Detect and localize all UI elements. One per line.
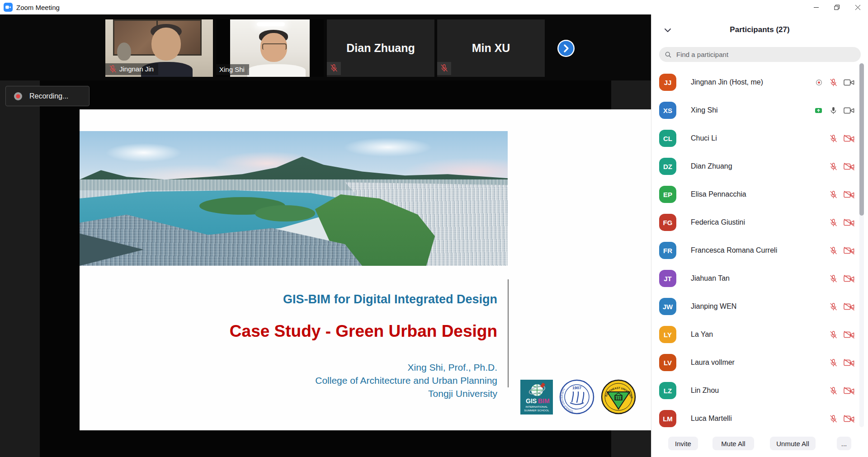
invite-button[interactable]: Invite [668,437,698,450]
camera-off-icon [844,275,854,283]
participant-name: Laura vollmer [691,358,735,367]
screen-share-icon [814,106,823,115]
avatar: JW [659,298,676,315]
mic-muted-icon [829,218,838,227]
avatar: JJ [659,74,676,91]
participant-row[interactable]: XSXing Shi [651,96,868,124]
participant-search-box [659,47,861,62]
participant-row[interactable]: JJJingnan Jin (Host, me) [651,68,868,96]
participant-status-icons [829,162,854,171]
avatar: JT [659,270,676,287]
svg-text:1907: 1907 [572,386,581,390]
mute-all-button[interactable]: Mute All [712,437,754,450]
avatar: LV [659,354,676,371]
svg-text:SUMMER SCHOOL: SUMMER SCHOOL [524,409,549,412]
participant-list: JJJingnan Jin (Host, me)XSXing ShiCLChuc… [651,68,868,433]
gisbim-summer-school-logo: GIS BIM INTERNATIONAL SUMMER SCHOOL [520,380,553,415]
mic-muted-icon [108,65,117,73]
avatar: EP [659,186,676,203]
participant-name: Luca Martelli [691,415,732,423]
participant-row[interactable]: LVLaura vollmer [651,349,868,377]
slide-subtitle: GIS-BIM for Digital Integrated Design [283,292,497,306]
slide-logos: GIS BIM INTERNATIONAL SUMMER SCHOOL 1907 [520,379,647,415]
more-options-button[interactable]: ... [837,437,851,450]
participant-row[interactable]: DZDian Zhuang [651,152,868,180]
avatar: XS [659,102,676,119]
camera-off-icon [844,247,854,254]
mic-muted-icon [829,358,838,367]
mic-muted-icon [829,134,838,143]
scrollbar-track[interactable] [859,63,864,427]
avatar: CL [659,130,676,147]
video-tile[interactable]: Dian Zhuang [327,19,434,77]
screen-share-stage: GIS-BIM for Digital Integrated Design Ca… [0,80,651,457]
participants-footer: InviteMute AllUnmute All... [651,437,868,450]
participant-status-icons [829,190,854,199]
video-tile[interactable]: Xing Shi [216,19,324,77]
avatar: LY [659,326,676,343]
participant-name: Xing Shi [691,106,718,114]
window-title: Zoom Meeting [16,4,60,11]
mic-muted-icon [829,274,838,283]
aerial-city-photo [80,131,508,266]
participant-status-icons [829,386,854,395]
camera-off-icon [844,163,854,170]
participant-row[interactable]: FRFrancesca Romana Curreli [651,236,868,264]
window-controls [806,0,868,14]
slide-author-line: Tongji University [315,387,497,400]
participant-row[interactable]: LMLuca Martelli [651,405,868,433]
participant-status-icons [829,218,854,227]
search-input[interactable] [675,50,855,59]
close-button[interactable] [847,0,868,14]
minimize-button[interactable] [806,0,826,14]
mic-muted-icon [829,330,838,339]
slide-title: Case Study - Green Urban Design [230,322,497,341]
participant-status-icons [829,358,854,367]
participant-status-icons [829,330,854,339]
video-tile[interactable]: Jingnan Jin [105,19,213,77]
mic-on-icon [829,106,838,115]
mic-muted-icon [829,415,838,423]
avatar: DZ [659,158,676,175]
mic-muted-icon [829,302,838,311]
slide-author-line: Xing Shi, Prof., Ph.D. [315,361,497,374]
participant-row[interactable]: JTJiahuan Tan [651,264,868,292]
camera-off-icon [844,303,854,311]
tile-name-label: Jingnan Jin [105,63,158,75]
participant-name: Jianping WEN [691,302,736,311]
svg-text:INTERNATIONAL: INTERNATIONAL [525,405,548,408]
video-strip: Jingnan Jin Xing ShiDian ZhuangMin XU [0,14,651,80]
camera-off-icon [844,415,854,423]
restore-button[interactable] [826,0,847,14]
svg-text:BIM: BIM [538,397,550,405]
camera-off-icon [844,387,854,395]
unmute-all-button[interactable]: Unmute All [770,437,816,450]
participant-row[interactable]: LYLa Yan [651,320,868,349]
tile-muted-mic [327,62,341,75]
mic-muted-icon [330,64,338,72]
avatar: LZ [659,382,676,399]
tile-name-label: Xing Shi [216,64,249,75]
slide-author-line: College of Architecture and Urban Planni… [315,374,497,387]
zoom-app-window: Zoom Meeting Jingnan Jin Xing ShiDian Zh… [0,0,868,457]
meeting-main-area: Jingnan Jin Xing ShiDian ZhuangMin XU [0,14,651,457]
participant-status-icons [829,302,854,311]
video-tile[interactable]: Min XU [437,19,545,77]
tile-participant-name: Min XU [437,19,545,77]
participant-row[interactable]: EPElisa Pennacchia [651,180,868,208]
avatar: LM [659,410,676,427]
mic-muted-icon [829,190,838,199]
participant-row[interactable]: LZLin Zhou [651,377,868,405]
participant-name: Jingnan Jin (Host, me) [691,78,763,86]
camera-off-icon [844,331,854,339]
camera-on-icon [844,107,854,114]
participant-row[interactable]: FGFederica Giustini [651,208,868,236]
participant-row[interactable]: CLChuci Li [651,124,868,152]
participant-row[interactable]: JWJianping WEN [651,292,868,320]
participant-name: Francesca Romana Curreli [691,246,777,254]
next-videos-button[interactable] [557,39,575,57]
window-title-bar: Zoom Meeting [0,0,868,14]
scrollbar-thumb[interactable] [859,63,864,216]
slide-divider-line [508,279,509,387]
search-icon [665,51,672,58]
